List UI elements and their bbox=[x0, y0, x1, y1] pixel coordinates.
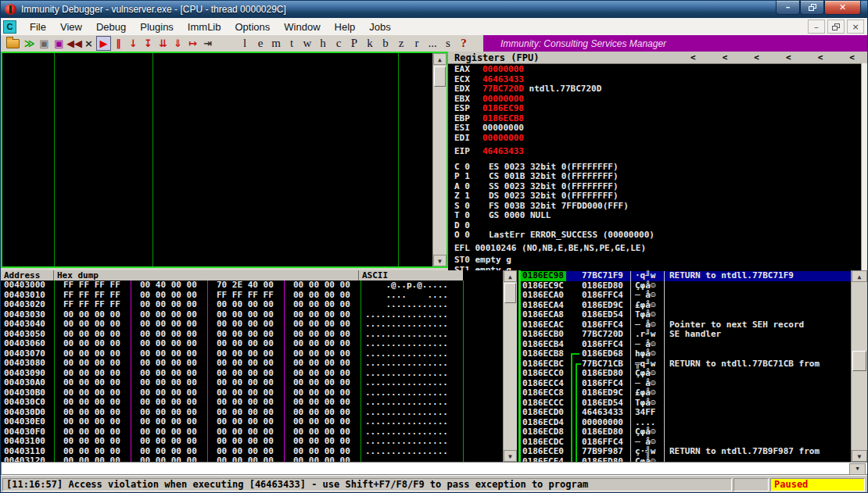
stack-row[interactable]: 0186ECDC0186FFC4─ å☺ bbox=[521, 438, 852, 448]
menu-debug[interactable]: Debug bbox=[89, 20, 133, 34]
dump-row[interactable]: 004030E000 00 00 0000 00 00 0000 00 00 0… bbox=[1, 417, 518, 427]
stack-row[interactable]: 0186ECB40186FFC4─ å☺ bbox=[521, 340, 852, 350]
toolbar-letter-t[interactable]: t bbox=[284, 37, 299, 50]
dump-row[interactable]: 00403000FF FF FF FF00 40 00 0070 2E 40 0… bbox=[1, 280, 518, 291]
stack-scrollbar[interactable]: ▲ ▼ bbox=[851, 270, 867, 462]
hexdump-pane[interactable]: Address Hex dump ASCII 00403000FF FF FF … bbox=[1, 270, 518, 462]
toolbar-letter-e[interactable]: e bbox=[253, 37, 268, 50]
stack-row[interactable]: 0186ECD04646343334FF bbox=[521, 408, 852, 418]
run-to-user-code-icon[interactable]: ⇥ bbox=[200, 36, 215, 51]
menu-jobs[interactable]: Jobs bbox=[362, 20, 397, 34]
step-over-icon[interactable]: ↧ bbox=[141, 36, 156, 51]
stack-row[interactable]: 0186ECC00186ED80Çφå☺ bbox=[521, 369, 852, 379]
dump-row[interactable]: 0040306000 00 00 0000 00 00 0000 00 00 0… bbox=[1, 339, 518, 349]
collapse-arrow-icon[interactable]: < bbox=[723, 52, 728, 63]
close-button[interactable]: ✕ bbox=[824, 1, 861, 15]
dump-row[interactable]: 004030C000 00 00 0000 00 00 0000 00 00 0… bbox=[1, 398, 518, 408]
dump-row[interactable]: 004030A000 00 00 0000 00 00 0000 00 00 0… bbox=[1, 378, 518, 388]
registers-pane[interactable]: Registers (FPU) <<<<<< EAX00000000ECX464… bbox=[448, 52, 868, 270]
dump-row[interactable]: 00403020FF FF FF FF00 00 00 0000 00 00 0… bbox=[1, 300, 518, 310]
stack-row[interactable]: 0186ECB80186ED68hφå☺ bbox=[521, 349, 852, 359]
stack-row[interactable]: 0186ECBC77BC71CB╦q╜wRETURN to ntdll.77BC… bbox=[521, 359, 852, 370]
dump-row[interactable]: 0040308000 00 00 0000 00 00 0000 00 00 0… bbox=[1, 359, 518, 369]
animate-into-icon[interactable]: ⇊ bbox=[156, 36, 170, 51]
stack-row[interactable]: 0186EC9C0186ED80Çφå☺ bbox=[521, 281, 852, 291]
toolbar-letter-k[interactable]: k bbox=[362, 37, 378, 50]
step-into-icon[interactable]: ↓ bbox=[126, 36, 141, 51]
execute-till-return-icon[interactable]: ↦ bbox=[185, 36, 200, 51]
menu-window[interactable]: Window bbox=[277, 20, 327, 34]
dump-row[interactable]: 0040310000 00 00 0000 00 00 0000 00 00 0… bbox=[1, 437, 518, 447]
pause-icon[interactable]: ‖ bbox=[111, 36, 126, 51]
stack-row[interactable]: 0186ECAC0186FFC4─ å☺Pointer to next SEH … bbox=[521, 320, 852, 330]
fpu-st-row[interactable]: ST0 empty g bbox=[454, 255, 858, 266]
minimize-button[interactable]: – bbox=[776, 1, 800, 15]
stack-row[interactable]: 0186ECB077BC720D.r╜wSE handler bbox=[521, 330, 852, 340]
stack-row[interactable]: 0186ECD400000000.... bbox=[521, 418, 852, 428]
flag-row[interactable]: O 0LastErr ERROR_SUCCESS (00000000) bbox=[454, 230, 858, 241]
rewind-icon[interactable]: ◀◀ bbox=[66, 36, 81, 51]
registers-scrollbar[interactable] bbox=[861, 63, 868, 270]
scrollbar-thumb[interactable] bbox=[852, 351, 866, 371]
mdi-minimize-button[interactable]: – bbox=[808, 20, 825, 34]
close-program-icon[interactable]: × bbox=[81, 36, 96, 51]
toolbar-letter-help[interactable]: ? bbox=[456, 37, 472, 50]
toolbar-letter-c[interactable]: c bbox=[331, 37, 346, 50]
hexdump-scrollbar[interactable]: ▲ ▼ bbox=[503, 270, 517, 462]
dump-row[interactable]: 0040312000 00 00 0000 00 00 0000 00 00 0… bbox=[1, 456, 518, 462]
stack-row[interactable]: 0186ECD80186ED80Çφå☺ bbox=[521, 427, 852, 438]
toolbar-letter-s[interactable]: s bbox=[440, 37, 456, 50]
toolbar-letter-m[interactable]: m bbox=[268, 37, 284, 50]
mdi-restore-button[interactable] bbox=[827, 20, 845, 34]
toolbar-letter-P[interactable]: P bbox=[346, 37, 362, 50]
menu-plugins[interactable]: Plugins bbox=[133, 20, 181, 34]
scroll-up-icon[interactable]: ▲ bbox=[433, 53, 447, 65]
scroll-down-icon[interactable]: ▼ bbox=[852, 450, 867, 462]
stack-row[interactable]: 0186ECA40186ED9C£φå☺ bbox=[521, 301, 852, 311]
stack-row[interactable]: 0186ECCC0186ED54Tφå☺ bbox=[521, 398, 852, 409]
restart-icon[interactable]: ≫ bbox=[22, 36, 37, 51]
toolbar-letter-z[interactable]: z bbox=[393, 37, 409, 50]
scroll-down-icon[interactable]: ▼ bbox=[504, 450, 517, 462]
collapse-arrow-icon[interactable]: < bbox=[690, 52, 696, 63]
dump-row[interactable]: 0040304000 00 00 0000 00 00 0000 00 00 0… bbox=[1, 320, 518, 330]
stack-pane[interactable]: 0186EC9877BC71F9·q╜wRETURN to ntdll.77BC… bbox=[518, 270, 867, 462]
scrollbar-thumb[interactable] bbox=[504, 283, 516, 303]
menu-immlib[interactable]: ImmLib bbox=[181, 20, 228, 34]
toolbar-letter-h[interactable]: h bbox=[315, 37, 331, 50]
scroll-up-icon[interactable]: ▲ bbox=[504, 270, 517, 282]
toolbar-letter-b[interactable]: b bbox=[378, 37, 393, 50]
command-dropdown-button[interactable]: ▼ bbox=[849, 463, 866, 475]
stack-row[interactable]: 0186ECA80186ED54Tφå☺ bbox=[521, 310, 852, 320]
stack-row[interactable]: 0186ECA00186FFC4─ å☺ bbox=[521, 291, 852, 301]
collapse-arrow-icon[interactable]: < bbox=[818, 52, 823, 63]
mdi-close-button[interactable]: × bbox=[847, 20, 864, 34]
toolbar-letter-l[interactable]: l bbox=[237, 37, 253, 50]
toolbar-letter-...[interactable]: ... bbox=[425, 37, 440, 50]
command-line-input[interactable]: ▼ bbox=[1, 462, 868, 475]
menu-file[interactable]: File bbox=[23, 20, 53, 34]
appwindow-icon[interactable]: ▣ bbox=[52, 36, 66, 51]
scrollbar-thumb[interactable] bbox=[434, 66, 446, 87]
animate-over-icon[interactable]: ⇓ bbox=[170, 36, 185, 51]
restore-button[interactable] bbox=[800, 1, 824, 15]
menu-options[interactable]: Options bbox=[228, 20, 277, 34]
disassembly-pane[interactable]: ▲ ▼ bbox=[1, 52, 448, 268]
flag-row[interactable]: T 0GS 0000 NULL bbox=[454, 211, 858, 221]
stack-row[interactable]: 0186ECC40186FFC4─ å☺ bbox=[521, 379, 852, 389]
run-icon[interactable]: ▶ bbox=[96, 36, 111, 51]
scroll-down-icon[interactable]: ▼ bbox=[433, 255, 447, 266]
register-row[interactable]: EDI00000000 bbox=[454, 134, 858, 144]
stack-row[interactable]: 0186ECE077B9F987ç·╣wRETURN to ntdll.77B9… bbox=[521, 447, 852, 457]
toolbar-letter-r[interactable]: r bbox=[409, 37, 425, 50]
scroll-up-icon[interactable]: ▲ bbox=[852, 270, 867, 282]
collapse-arrow-icon[interactable]: < bbox=[754, 52, 759, 63]
disasm-scrollbar[interactable]: ▲ ▼ bbox=[432, 53, 447, 266]
menu-view[interactable]: View bbox=[53, 20, 89, 34]
register-row[interactable]: EIP46463433 bbox=[454, 147, 858, 157]
menu-help[interactable]: Help bbox=[328, 20, 363, 34]
stack-row[interactable]: 0186ECC80186ED9C£φå☺ bbox=[521, 388, 852, 398]
stack-row[interactable]: 0186EC9877BC71F9·q╜wRETURN to ntdll.77BC… bbox=[521, 271, 852, 281]
collapse-arrow-icon[interactable]: < bbox=[786, 52, 791, 63]
windows-icon[interactable]: ▣ bbox=[37, 36, 52, 51]
